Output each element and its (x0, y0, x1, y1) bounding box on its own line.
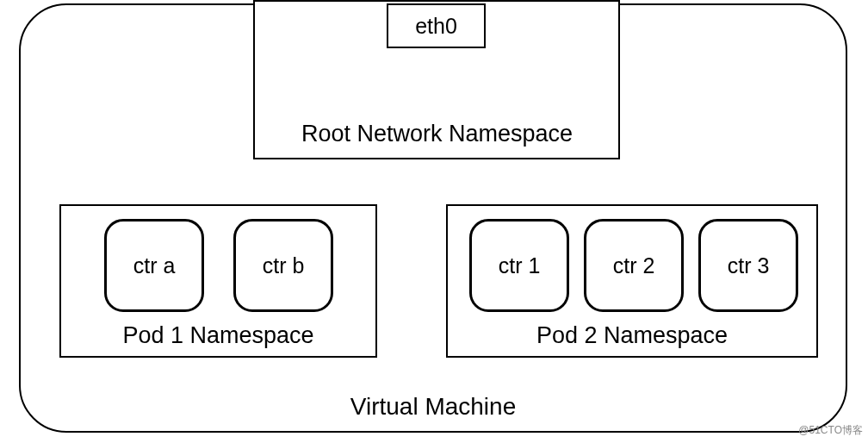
container-1-label: ctr 1 (499, 253, 541, 278)
container-a-label: ctr a (133, 253, 176, 278)
watermark: @51CTO博客 (798, 423, 863, 438)
container-a: ctr a (104, 219, 204, 312)
pod2-label: Pod 2 Namespace (448, 322, 816, 349)
eth0-label: eth0 (415, 14, 457, 39)
container-2-label: ctr 2 (613, 253, 655, 278)
container-b-label: ctr b (263, 253, 305, 278)
container-2: ctr 2 (584, 219, 684, 312)
container-1: ctr 1 (469, 219, 569, 312)
pod2-namespace-box: ctr 1 ctr 2 ctr 3 Pod 2 Namespace (446, 204, 818, 358)
vm-label: Virtual Machine (21, 393, 846, 421)
pod1-label: Pod 1 Namespace (61, 322, 375, 349)
root-namespace-label: Root Network Namespace (267, 121, 607, 147)
eth0-interface: eth0 (387, 3, 486, 48)
pod1-namespace-box: ctr a ctr b Pod 1 Namespace (59, 204, 377, 358)
container-3-label: ctr 3 (728, 253, 770, 278)
container-b: ctr b (233, 219, 333, 312)
container-3: ctr 3 (698, 219, 798, 312)
